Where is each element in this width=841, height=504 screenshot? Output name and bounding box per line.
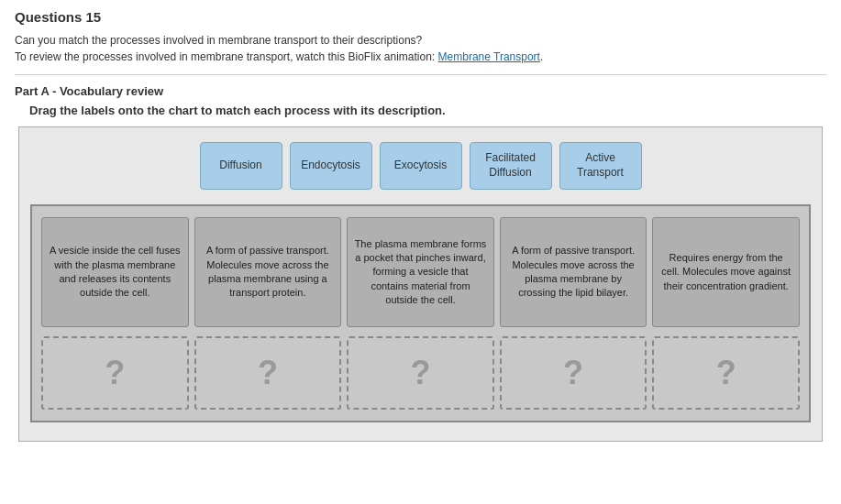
answer-row: ? ? ? ? ? <box>41 336 800 410</box>
answer-drop-2[interactable]: ? <box>194 336 342 410</box>
section-divider <box>15 74 826 75</box>
desc-cell-5: Requires energy from the cell. Molecules… <box>652 217 800 327</box>
label-diffusion[interactable]: Diffusion <box>200 142 282 190</box>
intro-line2: To review the processes involved in memb… <box>15 50 435 63</box>
part-a-heading: Part A - <box>15 84 56 98</box>
descriptions-area: A vesicle inside the cell fuses with the… <box>30 204 811 422</box>
membrane-transport-link[interactable]: Membrane Transport <box>438 50 540 63</box>
drag-instruction: Drag the labels onto the chart to match … <box>29 104 826 117</box>
desc-cell-4: A form of passive transport. Molecules m… <box>500 217 647 327</box>
part-a-label: Part A - Vocabulary review <box>15 84 826 98</box>
answer-drop-4[interactable]: ? <box>500 336 647 410</box>
activity-box: Diffusion Endocytosis Exocytosis Facilit… <box>18 126 823 442</box>
label-exocytosis[interactable]: Exocytosis <box>380 142 462 190</box>
label-endocytosis[interactable]: Endocytosis <box>290 142 372 190</box>
desc-cell-2: A form of passive transport. Molecules m… <box>194 217 342 327</box>
answer-drop-1[interactable]: ? <box>41 336 189 410</box>
question-title: Questions 15 <box>15 9 826 25</box>
answer-drop-5[interactable]: ? <box>652 336 800 410</box>
intro-line1: Can you match the processes involved in … <box>15 34 422 47</box>
label-active-transport[interactable]: Active Transport <box>559 142 642 190</box>
answer-drop-3[interactable]: ? <box>347 336 494 410</box>
desc-row: A vesicle inside the cell fuses with the… <box>41 217 800 327</box>
desc-cell-3: The plasma membrane forms a pocket that … <box>347 217 494 327</box>
intro-text: Can you match the processes involved in … <box>15 32 826 65</box>
desc-cell-1: A vesicle inside the cell fuses with the… <box>41 217 189 327</box>
labels-row: Diffusion Endocytosis Exocytosis Facilit… <box>30 142 811 190</box>
part-a-suffix: Vocabulary review <box>56 84 163 98</box>
label-facilitated-diffusion[interactable]: Facilitated Diffusion <box>470 142 552 190</box>
intro-link-suffix: . <box>540 50 543 63</box>
page-container: Questions 15 Can you match the processes… <box>0 0 841 451</box>
